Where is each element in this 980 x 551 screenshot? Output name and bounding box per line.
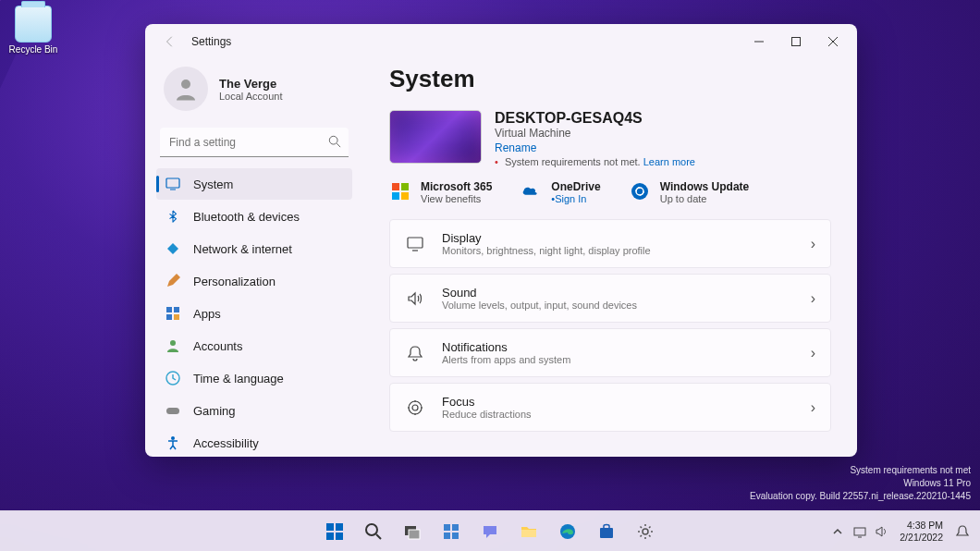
focus-icon: [405, 398, 425, 418]
svg-point-24: [409, 401, 422, 414]
desktop-watermark: System requirements not met Windows 11 P…: [750, 464, 971, 503]
card-sub: Monitors, brightness, night light, displ…: [442, 245, 811, 256]
display-icon: [405, 234, 425, 254]
start-button[interactable]: [317, 514, 352, 549]
card-sub: Alerts from apps and system: [442, 354, 811, 365]
task-view-button[interactable]: [395, 514, 430, 549]
person-icon: [172, 75, 200, 103]
search-button[interactable]: [356, 514, 391, 549]
svg-rect-19: [392, 192, 399, 200]
service-title: Windows Update: [660, 180, 750, 193]
clock[interactable]: 4:38 PM 2/21/2022: [896, 520, 947, 543]
maximize-button[interactable]: [778, 28, 815, 55]
svg-rect-37: [452, 533, 459, 539]
sidebar-item-label: Personalization: [193, 275, 276, 288]
service-sub: •Sign In: [551, 193, 600, 204]
svg-point-25: [412, 405, 418, 410]
device-thumbnail: [389, 110, 482, 164]
svg-rect-9: [166, 307, 172, 312]
chevron-right-icon: ›: [811, 399, 815, 416]
svg-point-30: [366, 524, 377, 535]
device-subtype: Virtual Machine: [495, 127, 695, 140]
svg-rect-10: [174, 307, 179, 312]
taskbar-right: 4:38 PM 2/21/2022: [829, 520, 973, 543]
watermark-line: Evaluation copy. Build 22557.ni_release.…: [750, 490, 971, 503]
widgets-button[interactable]: [434, 514, 469, 549]
search-box: [160, 128, 349, 157]
sidebar-item-gaming[interactable]: Gaming: [156, 395, 352, 426]
svg-line-6: [337, 143, 340, 147]
svg-point-41: [643, 529, 648, 534]
rename-link[interactable]: Rename: [495, 141, 695, 154]
sidebar-item-accessibility[interactable]: Accessibility: [156, 427, 352, 457]
notifications-tray-icon[interactable]: [952, 521, 973, 542]
service-sub: View benefits: [421, 193, 492, 204]
services-row: Microsoft 365 View benefits OneDrive •Si…: [389, 180, 831, 204]
sidebar-item-time[interactable]: Time & language: [156, 362, 352, 394]
sidebar-item-system[interactable]: System: [156, 168, 352, 200]
svg-rect-26: [326, 523, 334, 531]
settings-card-notifications[interactable]: Notifications Alerts from apps and syste…: [389, 328, 831, 377]
sidebar-item-accounts[interactable]: Accounts: [156, 330, 352, 361]
settings-card-focus[interactable]: Focus Reduce distractions ›: [389, 383, 831, 432]
network-icon: [165, 241, 180, 256]
user-name: The Verge: [219, 77, 283, 91]
page-title: System: [389, 65, 831, 93]
microsoft-365-icon: [389, 180, 411, 202]
service-m365[interactable]: Microsoft 365 View benefits: [389, 180, 492, 204]
tray-chevron-up-icon[interactable]: [829, 523, 846, 540]
service-title: Microsoft 365: [421, 180, 492, 193]
arrow-left-icon: [164, 35, 177, 48]
settings-card-display[interactable]: Display Monitors, brightness, night ligh…: [389, 219, 831, 268]
search-input[interactable]: [160, 128, 349, 157]
minimize-button[interactable]: [741, 28, 778, 55]
store-button[interactable]: [589, 514, 624, 549]
settings-taskbar-button[interactable]: [628, 514, 663, 549]
titlebar: Settings: [145, 24, 857, 59]
svg-rect-1: [792, 38, 801, 46]
close-button[interactable]: [815, 28, 851, 55]
chat-button[interactable]: [472, 514, 508, 549]
warning-dot-icon: •: [495, 156, 498, 167]
sidebar-item-label: Apps: [193, 307, 221, 321]
svg-point-21: [631, 183, 648, 200]
sound-icon: [405, 288, 425, 309]
apps-icon: [165, 306, 180, 321]
time-icon: [165, 371, 180, 386]
edge-button[interactable]: [550, 514, 585, 549]
taskbar-center: [317, 514, 663, 549]
chevron-right-icon: ›: [811, 236, 815, 252]
sidebar-item-apps[interactable]: Apps: [156, 298, 352, 329]
chevron-right-icon: ›: [811, 290, 815, 307]
settings-card-sound[interactable]: Sound Volume levels, output, input, soun…: [389, 274, 831, 323]
svg-point-4: [181, 80, 190, 89]
chevron-right-icon: ›: [811, 345, 815, 361]
onedrive-icon: [520, 180, 542, 202]
svg-line-31: [376, 534, 381, 539]
user-row[interactable]: The Verge Local Account: [156, 59, 352, 128]
network-tray-icon[interactable]: [851, 523, 868, 540]
svg-rect-22: [408, 238, 423, 248]
window-title: Settings: [191, 35, 231, 48]
file-explorer-button[interactable]: [511, 514, 546, 549]
sidebar-item-network[interactable]: Network & internet: [156, 233, 352, 264]
sidebar-item-label: Gaming: [193, 404, 236, 418]
watermark-line: Windows 11 Pro: [750, 477, 971, 490]
device-row: DESKTOP-GESAQ4S Virtual Machine Rename •…: [389, 110, 831, 167]
recycle-bin[interactable]: Recycle Bin: [7, 6, 59, 55]
requirements-row: • System requirements not met. Learn mor…: [495, 156, 695, 167]
service-onedrive[interactable]: OneDrive •Sign In: [520, 180, 600, 204]
card-sub: Volume levels, output, input, sound devi…: [442, 300, 811, 311]
service-windows-update[interactable]: Windows Update Up to date: [629, 180, 750, 204]
volume-tray-icon[interactable]: [874, 523, 890, 540]
watermark-line: System requirements not met: [750, 464, 971, 477]
sidebar-item-personalization[interactable]: Personalization: [156, 265, 352, 297]
learn-more-link[interactable]: Learn more: [643, 156, 695, 167]
settings-window: Settings The Verge Local Account: [145, 24, 857, 457]
back-button[interactable]: [160, 31, 180, 52]
sidebar-item-bluetooth[interactable]: Bluetooth & devices: [156, 201, 352, 232]
sidebar-item-label: System: [193, 178, 233, 191]
user-account: Local Account: [219, 91, 283, 102]
requirements-text: System requirements not met.: [505, 156, 641, 167]
main-content: System DESKTOP-GESAQ4S Virtual Machine R…: [363, 59, 857, 457]
